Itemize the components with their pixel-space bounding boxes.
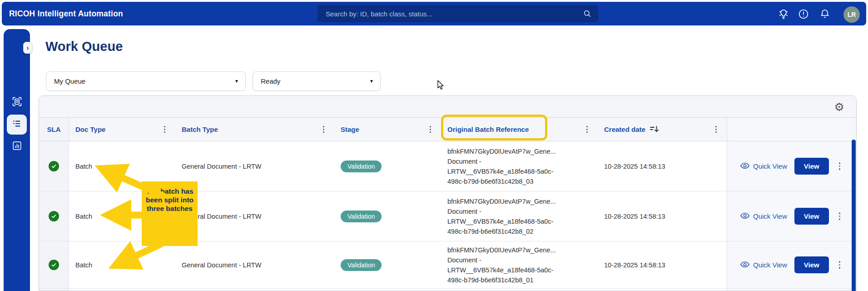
stage-badge: Validation xyxy=(341,161,382,172)
quick-view-link[interactable]: Quick View xyxy=(740,162,787,171)
view-button[interactable]: View xyxy=(794,208,829,225)
batch-type-cell: General Document - LRTW xyxy=(175,191,334,241)
notifications-button[interactable] xyxy=(819,8,832,20)
work-queue-list-icon xyxy=(11,118,23,131)
table-header-row: SLA Doc Type Batch Type Stage Original B… xyxy=(39,118,856,141)
sidebar-item-work-queue[interactable] xyxy=(7,115,27,135)
table-toolbar: ⚙ xyxy=(39,96,856,118)
row-actions: Quick View View xyxy=(727,191,851,241)
row-menu-kebab[interactable] xyxy=(837,161,843,172)
column-header-created-date[interactable]: Created date xyxy=(598,118,727,141)
column-menu-kebab[interactable] xyxy=(428,124,433,135)
global-search xyxy=(317,5,598,22)
sla-status xyxy=(39,241,69,288)
work-queue-screen: RICOH Intelligent Automation xyxy=(0,0,868,291)
created-date-cell: 10-28-2025 14:58:13 xyxy=(598,241,727,288)
eye-icon xyxy=(740,162,750,171)
search-input[interactable] xyxy=(317,5,598,22)
quick-view-link[interactable]: Quick View xyxy=(740,261,787,270)
sort-descending-icon[interactable] xyxy=(650,125,660,133)
column-header-stage[interactable]: Stage xyxy=(334,118,441,141)
lightbulb-icon xyxy=(777,14,790,22)
check-icon xyxy=(49,161,59,171)
column-header-doc-type[interactable]: Doc Type xyxy=(69,118,175,141)
eye-icon xyxy=(740,212,750,221)
check-icon xyxy=(49,260,59,270)
column-header-sla[interactable]: SLA xyxy=(39,118,69,141)
tips-button[interactable] xyxy=(777,8,790,20)
gear-icon[interactable]: ⚙ xyxy=(834,100,844,114)
user-avatar[interactable]: LR xyxy=(843,6,860,23)
sla-status xyxy=(39,191,69,241)
queue-select[interactable]: My Queue ▼ xyxy=(46,71,246,91)
chevron-right-icon: › xyxy=(27,44,29,51)
stage-cell: Validation xyxy=(334,141,441,191)
check-icon xyxy=(49,211,59,221)
stage-badge: Validation xyxy=(341,259,382,271)
sidebar-item-dashboard[interactable] xyxy=(4,140,30,153)
scan-document-icon xyxy=(11,95,23,110)
row-menu-kebab[interactable] xyxy=(837,259,843,271)
column-menu-kebab[interactable] xyxy=(162,124,167,135)
sla-status xyxy=(39,141,69,191)
table-row xyxy=(39,289,856,291)
alert-circle-icon xyxy=(798,14,809,21)
sidebar-expand-button[interactable]: › xyxy=(23,42,32,54)
queue-select-value: My Queue xyxy=(54,77,85,85)
reference-cell: bfnkFMN7GkyD0IUevAtP7w_Gene... Document … xyxy=(441,191,598,241)
column-menu-kebab[interactable] xyxy=(321,124,326,135)
row-menu-kebab[interactable] xyxy=(837,211,843,222)
created-date-cell: 10-28-2025 14:58:13 xyxy=(598,191,727,241)
app-title: RICOH Intelligent Automation xyxy=(9,9,123,19)
annotation-callout: The batch has been split into three batc… xyxy=(142,181,198,246)
row-actions: Quick View View xyxy=(727,241,851,288)
view-button[interactable]: View xyxy=(794,256,829,273)
row-actions: Quick View View xyxy=(727,141,851,191)
sidebar-nav xyxy=(4,29,30,291)
dashboard-chart-icon xyxy=(11,140,23,153)
view-button[interactable]: View xyxy=(794,158,829,175)
chevron-down-icon: ▼ xyxy=(369,79,374,84)
sidebar-item-capture[interactable] xyxy=(4,95,30,110)
doc-type-cell: Batch xyxy=(69,241,175,288)
search-icon xyxy=(583,9,592,20)
quick-view-link[interactable]: Quick View xyxy=(740,212,787,221)
stage-cell: Validation xyxy=(334,191,441,241)
reference-cell: bfnkFMN7GkyD0IUevAtP7w_Gene... Document … xyxy=(441,241,598,288)
status-select-value: Ready xyxy=(261,77,280,85)
eye-icon xyxy=(740,261,750,270)
column-header-original-batch-reference[interactable]: Original Batch Reference xyxy=(441,118,598,141)
page-title: Work Queue xyxy=(45,39,123,54)
alerts-button[interactable] xyxy=(798,8,810,21)
batch-type-cell: General Document - LRTW xyxy=(175,141,334,191)
vertical-scrollbar[interactable] xyxy=(852,140,856,291)
status-select[interactable]: Ready ▼ xyxy=(253,71,381,91)
chevron-down-icon: ▼ xyxy=(234,79,239,84)
top-app-bar: RICOH Intelligent Automation xyxy=(2,2,866,25)
table-row: Batch General Document - LRTW Validation… xyxy=(39,241,856,289)
column-header-batch-type[interactable]: Batch Type xyxy=(175,118,334,141)
reference-cell: bfnkFMN7GkyD0IUevAtP7w_Gene... Document … xyxy=(441,141,598,191)
mouse-cursor xyxy=(437,80,445,90)
column-menu-kebab[interactable] xyxy=(585,124,590,135)
column-menu-kebab[interactable] xyxy=(714,124,719,135)
stage-badge: Validation xyxy=(341,211,382,222)
bell-icon xyxy=(819,13,831,21)
stage-cell: Validation xyxy=(334,241,441,288)
batch-type-cell: General Document - LRTW xyxy=(175,241,334,288)
created-date-cell: 10-28-2025 14:58:13 xyxy=(598,141,727,191)
column-header-actions xyxy=(727,118,851,141)
